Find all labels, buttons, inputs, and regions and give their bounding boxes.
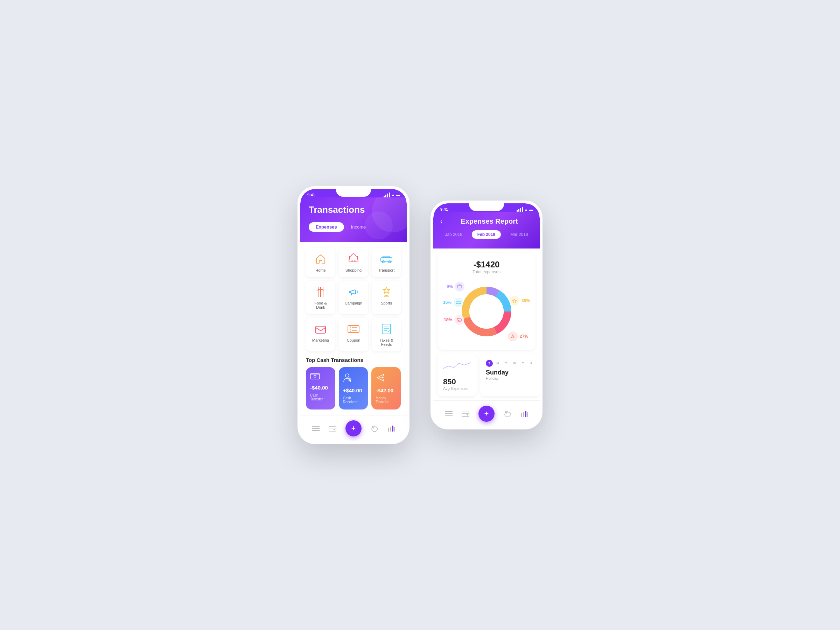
svg-rect-38 <box>390 427 391 431</box>
category-taxes[interactable]: Taxes & Feeds <box>372 318 401 351</box>
battery-icon-1: ▬ <box>396 193 400 197</box>
category-sports-label: Sports <box>381 301 392 305</box>
signal-icon-2 <box>516 207 523 212</box>
month-feb[interactable]: Feb 2018 <box>472 230 501 239</box>
month-mar[interactable]: Mar 2018 <box>510 232 528 237</box>
battery-icon-2: ▬ <box>529 208 533 212</box>
signal-icon-1 <box>384 193 390 197</box>
legend-27pct-text: 27% <box>520 334 528 339</box>
coupon-icon <box>347 323 360 335</box>
cash-card-money-transfer[interactable]: -$42.00 Money Transfer <box>371 367 401 409</box>
avg-label: Avg Expenses <box>443 387 471 391</box>
transactions-header: Transactions Expenses Income <box>300 197 407 242</box>
legend-16pct-text: 16% <box>443 300 452 305</box>
svg-rect-18 <box>382 324 391 334</box>
svg-point-52 <box>469 294 504 328</box>
cash-amount-3: -$42.00 <box>376 387 396 393</box>
legend-18pct-icon <box>454 315 464 325</box>
category-grid: Home Shopping <box>300 242 407 357</box>
cash-label-2: Cash Received <box>343 396 364 404</box>
svg-point-59 <box>507 413 507 414</box>
category-shopping[interactable]: Shopping <box>339 248 368 277</box>
svg-point-35 <box>373 428 374 429</box>
cash-card-received[interactable]: $ +$40.00 Cash Received <box>339 367 368 409</box>
nav-add-2[interactable]: + <box>478 406 494 422</box>
category-food[interactable]: Food & Drink <box>306 281 335 314</box>
month-jan[interactable]: Jan 2018 <box>445 232 462 237</box>
nav-chart-2[interactable] <box>521 411 528 417</box>
avg-expenses-card: 850 Avg Expenses <box>437 354 477 396</box>
avg-amount: 850 <box>443 377 471 387</box>
taxes-icon <box>380 323 393 335</box>
category-coupon[interactable]: Coupon <box>339 318 368 351</box>
category-food-label: Food & Drink <box>309 301 332 309</box>
status-bar-1: 9:41 ▲ ▬ <box>300 189 407 197</box>
legend-30pct-icon <box>510 296 519 306</box>
section-title-cash: Top Cash Transactions <box>300 357 407 367</box>
legend-9pct-icon <box>455 282 464 292</box>
legend-18pct-text: 18% <box>444 317 452 322</box>
nav-add-1[interactable]: + <box>346 420 362 436</box>
legend-30pct-text: 30% <box>521 298 530 303</box>
tab-income[interactable]: Income <box>351 224 366 230</box>
month-selector: Jan 2018 Feb 2018 Mar 2018 <box>440 230 533 239</box>
svg-point-25 <box>346 374 349 377</box>
tab-expenses[interactable]: Expenses <box>309 222 344 232</box>
category-sports[interactable]: Sports <box>372 281 401 314</box>
status-bar-2: 9:41 ▲ ▬ <box>433 203 540 212</box>
nav-pig-2[interactable] <box>504 410 512 417</box>
cash-card-transfer[interactable]: -$40.00 Cash Transfer <box>306 367 335 409</box>
legend-9pct: 9% <box>447 282 464 292</box>
day-header: S M T W T F <box>486 360 535 367</box>
category-coupon-label: Coupon <box>347 338 360 342</box>
day-friday: F <box>528 360 535 367</box>
nav-wallet-1[interactable] <box>328 425 336 431</box>
total-label: Total expenses <box>443 270 530 275</box>
notch-2 <box>469 203 504 211</box>
svg-rect-10 <box>385 296 388 297</box>
cash-label-3: Money Transfer <box>376 396 396 404</box>
day-thursday: T <box>519 360 526 367</box>
nav-chart-1[interactable] <box>387 425 395 431</box>
day-sublabel: Holiday <box>486 376 535 381</box>
nav-menu-1[interactable] <box>312 426 319 431</box>
nav-pig-1[interactable] <box>371 425 378 432</box>
donut-container: 9% 16% 18% <box>443 280 530 343</box>
chart-section: -$1420 Total expenses 9% 16% <box>437 253 535 350</box>
nav-menu-2[interactable] <box>445 411 453 417</box>
transport-icon <box>380 253 393 265</box>
svg-rect-39 <box>392 426 393 431</box>
bottom-nav-1: + <box>300 415 407 441</box>
phone-expenses: 9:41 ▲ ▬ ‹ Expenses Report <box>431 201 543 429</box>
status-time-2: 9:41 <box>440 207 448 212</box>
legend-16pct: 16% <box>443 297 463 307</box>
svg-rect-64 <box>527 412 528 417</box>
cash-label-1: Cash Transfer <box>310 393 331 401</box>
category-home[interactable]: Home <box>306 248 335 277</box>
sports-icon <box>380 286 393 298</box>
category-campaign[interactable]: Campaign <box>339 281 368 314</box>
category-transport[interactable]: Transport <box>372 248 401 277</box>
svg-point-0 <box>351 261 353 262</box>
home-icon <box>314 253 327 265</box>
svg-rect-37 <box>388 428 389 431</box>
category-marketing-label: Marketing <box>312 338 329 342</box>
sparkline-chart <box>443 360 471 370</box>
cash-cards-container: -$40.00 Cash Transfer $ +$40.00 Cash <box>300 367 407 415</box>
category-home-label: Home <box>315 268 325 272</box>
nav-wallet-2[interactable] <box>462 411 469 417</box>
category-marketing[interactable]: Marketing <box>306 318 335 351</box>
category-campaign-label: Campaign <box>345 301 362 305</box>
back-row: ‹ Expenses Report <box>440 217 533 226</box>
legend-27pct: 27% <box>508 332 528 341</box>
total-amount: -$1420 <box>443 260 530 270</box>
donut-chart <box>458 284 515 339</box>
expenses-header: ‹ Expenses Report Jan 2018 Feb 2018 Mar … <box>433 212 540 248</box>
campaign-icon <box>347 286 360 298</box>
category-transport-label: Transport <box>378 268 395 272</box>
phone-transactions: 9:41 ▲ ▬ Transactions Expenses <box>297 186 409 444</box>
back-arrow[interactable]: ‹ <box>440 218 442 225</box>
svg-rect-63 <box>525 411 526 417</box>
marketing-icon <box>314 323 327 335</box>
svg-rect-33 <box>333 429 335 430</box>
